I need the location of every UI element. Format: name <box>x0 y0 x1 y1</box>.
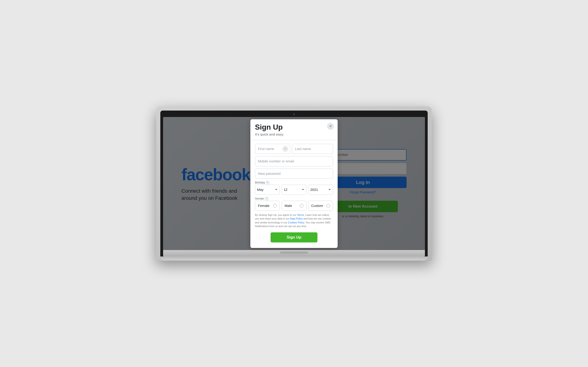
birthday-day-select[interactable]: 12345 678910 1112 <box>282 185 306 195</box>
laptop-notch <box>280 252 308 255</box>
modal-body: Birthday ? JanFebMarApr MayJunJulAug Sep… <box>250 144 338 242</box>
birthday-label: Birthday ? <box>255 181 333 184</box>
birthday-info-icon[interactable]: ? <box>266 181 269 184</box>
modal-subtitle: It's quick and easy. <box>255 132 333 136</box>
modal-overlay: Sign Up It's quick and easy. × <box>163 117 425 250</box>
gender-custom-radio[interactable] <box>326 204 330 208</box>
signup-button[interactable]: Sign Up <box>271 232 317 242</box>
birthday-row: JanFebMarApr MayJunJulAug SepOctNovDec 1… <box>255 185 333 195</box>
name-row <box>255 144 333 154</box>
name-help-icon <box>283 146 288 151</box>
terms-text: By clicking Sign Up, you agree to our Te… <box>255 213 333 228</box>
password-input[interactable] <box>255 169 333 179</box>
gender-male-label: Male <box>285 204 292 208</box>
cookies-policy-link[interactable]: Cookies Policy <box>288 221 304 224</box>
gender-female-radio[interactable] <box>273 204 277 208</box>
screen-bezel: facebook Connect with friends and around… <box>160 110 428 257</box>
close-button[interactable]: × <box>327 123 334 130</box>
camera-dot <box>293 113 295 115</box>
svg-point-1 <box>285 149 285 150</box>
laptop-base <box>160 257 428 261</box>
modal-title: Sign Up <box>255 123 333 131</box>
modal-header: Sign Up It's quick and easy. × <box>250 119 338 136</box>
email-input[interactable] <box>255 156 333 166</box>
modal-divider <box>250 140 338 140</box>
gender-female-option[interactable]: Female <box>255 201 280 211</box>
gender-section: Gender ? Female Male <box>255 197 333 211</box>
gender-row: Female Male Custom <box>255 201 333 211</box>
last-name-input[interactable] <box>292 144 333 154</box>
laptop-screen: facebook Connect with friends and around… <box>163 117 425 250</box>
laptop-bottom-bar <box>163 250 425 257</box>
birthday-month-select[interactable]: JanFebMarApr MayJunJulAug SepOctNovDec <box>255 185 280 195</box>
birthday-year-select[interactable]: 20192020202120222023 <box>308 185 333 195</box>
first-name-wrapper <box>255 144 290 154</box>
birthday-section: Birthday ? JanFebMarApr MayJunJulAug Sep… <box>255 181 333 195</box>
signup-modal: Sign Up It's quick and easy. × <box>250 119 338 248</box>
gender-custom-label: Custom <box>311 204 323 208</box>
gender-info-icon[interactable]: ? <box>265 197 268 200</box>
gender-label: Gender ? <box>255 197 333 200</box>
gender-female-label: Female <box>258 204 269 208</box>
terms-link[interactable]: Terms <box>297 214 304 216</box>
gender-custom-option[interactable]: Custom <box>308 201 333 211</box>
data-policy-link[interactable]: Data Policy <box>290 217 303 220</box>
laptop-container: facebook Connect with friends and around… <box>156 106 432 261</box>
gender-male-radio[interactable] <box>300 204 303 208</box>
gender-male-option[interactable]: Male <box>282 201 306 211</box>
